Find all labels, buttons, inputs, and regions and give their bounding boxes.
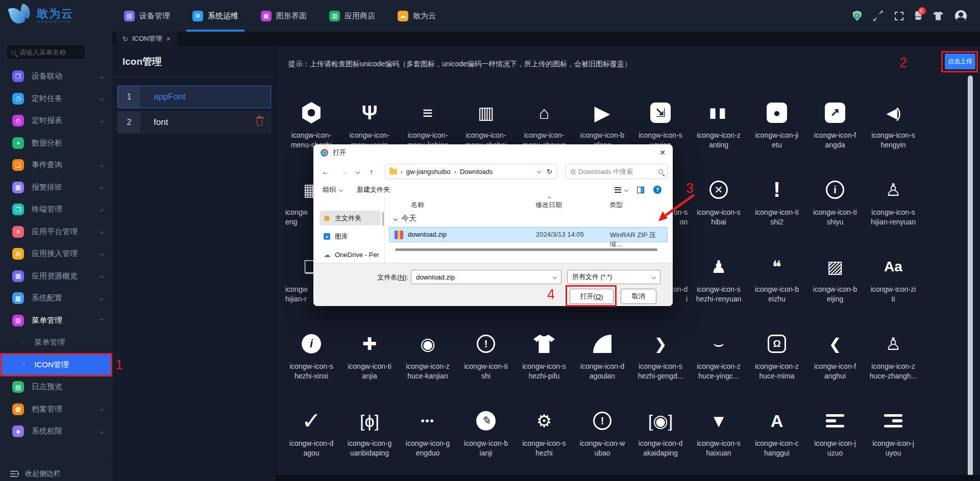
nav-item-设备管理[interactable]: ▤设备管理 xyxy=(124,0,170,32)
icon-cell[interactable]: ⌣icongw-icon-zhuce-yingc... xyxy=(690,328,748,405)
main-scrollbar[interactable] xyxy=(968,75,973,481)
icon-cell[interactable]: ♙icongw-icon-shijian-renyuan xyxy=(864,174,922,251)
icon-cell[interactable]: ♟icongw-icon-shezhi-renyuan xyxy=(690,251,748,328)
breadcrumb-item-Downloads[interactable]: Downloads xyxy=(460,168,493,175)
icon-cell[interactable]: icongw-icon-juzuo xyxy=(806,405,864,481)
breadcrumb-item-gw-jiangshuibo[interactable]: gw-jiangshuibo xyxy=(406,168,451,175)
new-folder-button[interactable]: 新建文件夹 xyxy=(357,185,390,194)
column-header-类型[interactable]: 类型 xyxy=(609,200,623,210)
sidebar-item-报警排班[interactable]: ▦报警排班 xyxy=(0,176,112,199)
filename-input[interactable] xyxy=(416,273,544,281)
menu-search-input[interactable] xyxy=(19,48,76,56)
organize-button[interactable]: 组织 xyxy=(323,185,342,194)
icon-cell[interactable]: icongw-icon-dagoulan xyxy=(573,328,631,405)
icon-cell[interactable]: ●icongw-icon-jietu xyxy=(748,97,806,174)
dialog-close-icon[interactable]: ✕ xyxy=(659,148,666,157)
menu-search-box[interactable] xyxy=(6,44,86,60)
delete-trash-icon[interactable] xyxy=(257,119,262,125)
view-mode-button[interactable] xyxy=(615,187,628,193)
icon-cell[interactable]: icongw-icon-shezhi-pifu xyxy=(515,328,573,405)
forward-button[interactable]: → xyxy=(340,167,348,176)
group-header-today[interactable]: 今天 xyxy=(394,214,416,223)
icon-cell[interactable]: ✎icongw-icon-bianji xyxy=(457,405,515,481)
icon-cell[interactable]: ▮▮icongw-icon-zanting xyxy=(690,97,748,174)
sidebar-item-系统配置[interactable]: ▩系统配置 xyxy=(0,287,112,310)
icon-cell[interactable]: ✚icongw-icon-tianjia xyxy=(340,328,399,405)
tab-refresh-icon[interactable]: ↻ xyxy=(122,35,128,43)
icon-cell[interactable]: !icongw-icon-tishi2 xyxy=(748,174,806,251)
nav-item-系统运维[interactable]: ⚙系统运维 xyxy=(192,0,238,32)
file-row-downloadzip[interactable]: download.zip 2024/3/13 14:05 WinRAR ZIP … xyxy=(389,227,668,242)
sidebar-item-数据分析[interactable]: ◕数据分析 xyxy=(0,132,112,155)
icon-cell[interactable]: !icongw-icon-tishi xyxy=(457,328,515,405)
icon-cell[interactable]: •••icongw-icon-gengduo xyxy=(399,405,457,481)
security-shield-icon[interactable]: ✓ xyxy=(853,11,862,21)
sidebar-item-定时报表[interactable]: ◴定时报表 xyxy=(0,110,112,132)
filename-combo[interactable] xyxy=(411,270,561,284)
filename-dropdown-icon[interactable] xyxy=(553,275,557,279)
sidebar-item-应用接入管理[interactable]: ⌘应用接入管理 xyxy=(0,243,112,265)
tree-item-主文件夹[interactable]: 主文件夹 xyxy=(320,211,381,225)
fullscreen-icon[interactable]: ↗↙ xyxy=(873,11,883,21)
nav-item-敢为云[interactable]: ☁敢为云 xyxy=(398,0,436,32)
tab-icon-manage[interactable]: ↻ ICON管理 ✕ xyxy=(116,32,177,46)
tree-item-图库[interactable]: ▴图库 xyxy=(320,229,381,244)
sidebar-item-菜单管理[interactable]: ▤菜单管理 xyxy=(0,310,112,332)
icon-cell[interactable]: iicongw-icon-tishiyu xyxy=(806,174,864,251)
collapse-sidebar-button[interactable]: 收起侧边栏 xyxy=(0,469,112,478)
user-avatar[interactable] xyxy=(955,10,967,22)
sidebar-subitem-菜单管理[interactable]: ·菜单管理 xyxy=(0,332,112,354)
icon-cell[interactable]: ▨icongw-icon-beijing xyxy=(806,251,864,328)
icon-cell[interactable]: Ωicongw-icon-zhuce-mima xyxy=(748,328,806,405)
sidebar-item-日志预览[interactable]: ▤日志预览 xyxy=(0,376,112,398)
icon-cell[interactable]: ❝icongw-icon-beizhu xyxy=(748,251,806,328)
sidebar-item-应用平台管理[interactable]: ≡应用平台管理 xyxy=(0,221,112,243)
tree-item-OneDrive - Per[interactable]: ›☁OneDrive - Per xyxy=(320,247,381,262)
back-button[interactable]: ← xyxy=(322,167,329,176)
breadcrumb-dropdown-icon[interactable] xyxy=(537,169,541,173)
icon-cell[interactable]: [ϕ]icongw-icon-guanbidaping xyxy=(340,405,399,481)
dialog-search-input[interactable] xyxy=(570,168,652,175)
sidebar-item-设备联动[interactable]: ❐设备联动 xyxy=(0,65,112,88)
group-collapse-icon[interactable] xyxy=(394,216,398,220)
icon-cell[interactable]: [◉]icongw-icon-dakaidaping xyxy=(631,405,690,481)
filetype-select[interactable]: 所有文件 (*.*) xyxy=(567,270,660,284)
icon-cell[interactable]: ✓icongw-icon-dagou xyxy=(282,405,340,481)
theme-shirt-icon[interactable] xyxy=(933,12,943,20)
icon-cell[interactable]: ↗icongw-icon-fangda xyxy=(806,97,864,174)
icon-cell[interactable]: ⚙icongw-icon-shezhi xyxy=(515,405,573,481)
history-dropdown-icon[interactable] xyxy=(356,170,360,174)
preview-pane-icon[interactable] xyxy=(637,187,644,193)
column-header-名称[interactable]: 名称 xyxy=(411,200,424,210)
sidebar-item-档案管理[interactable]: ▦档案管理 xyxy=(0,398,112,421)
sidebar-item-定时任务[interactable]: ◷定时任务 xyxy=(0,88,112,110)
icon-cell[interactable]: ▼icongw-icon-shaixuan xyxy=(690,405,748,481)
icon-cell[interactable]: ♙icongw-icon-zhuce-zhangh... xyxy=(864,328,922,405)
up-button[interactable]: ↑ xyxy=(370,167,374,176)
font-item-appFont[interactable]: 1appFont xyxy=(117,86,271,108)
icon-cell[interactable]: ◀)icongw-icon-shengyin xyxy=(864,97,922,174)
message-icon-wrap[interactable]: ••• 0 xyxy=(915,11,921,20)
icon-cell[interactable]: Aaicongw-icon-ziti xyxy=(864,251,922,328)
sidebar-item-系统权限[interactable]: ◈系统权限 xyxy=(0,420,112,443)
tab-close-icon[interactable]: ✕ xyxy=(166,36,170,42)
sidebar-item-终端管理[interactable]: ❐终端管理 xyxy=(0,198,112,221)
sidebar-item-应用资源概览[interactable]: ▦应用资源概览 xyxy=(0,265,112,288)
icon-cell[interactable]: ❯icongw-icon-shezhi-gengd... xyxy=(631,328,690,405)
font-item-font[interactable]: 2font xyxy=(117,111,271,134)
screenshot-frame-icon[interactable] xyxy=(895,12,903,20)
icon-cell[interactable]: iicongw-icon-shezhi-xinxi xyxy=(282,328,340,405)
file-list-hscrollbar[interactable] xyxy=(395,248,657,251)
tree-scrollbar[interactable] xyxy=(382,212,384,226)
sidebar-item-事件查询[interactable]: ❏事件查询 xyxy=(0,154,112,176)
nav-item-图形界面[interactable]: ▣图形界面 xyxy=(261,0,307,32)
refresh-icon[interactable]: ↻ xyxy=(547,167,553,175)
nav-item-应用商店[interactable]: ▥应用商店 xyxy=(329,0,375,32)
icon-cell[interactable]: Aicongw-icon-changgui xyxy=(748,405,806,481)
icon-cell[interactable]: ✕icongw-icon-shibai xyxy=(690,174,748,251)
icon-cell[interactable]: icongw-icon-juyou xyxy=(864,405,922,481)
column-header-修改日期[interactable]: 修改日期 xyxy=(535,200,562,210)
icon-cell[interactable]: ◉icongw-icon-zhuce-kanjian xyxy=(399,328,457,405)
cancel-button[interactable]: 取消 xyxy=(621,289,656,304)
icon-cell[interactable]: !icongw-icon-wubao xyxy=(573,405,631,481)
